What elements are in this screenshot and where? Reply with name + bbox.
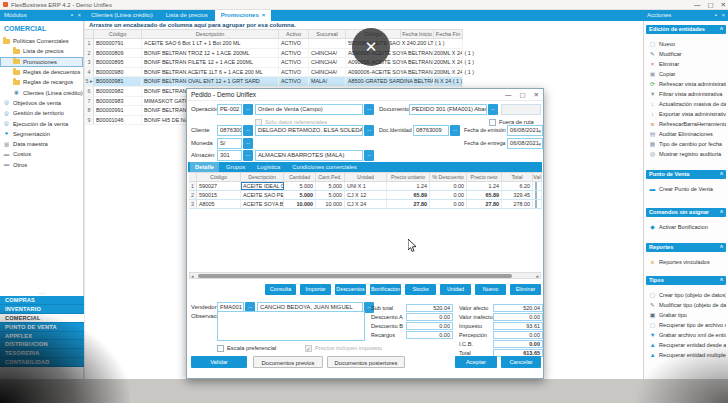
pin-icon[interactable]: ▪: [715, 10, 717, 21]
tree-item-objetivos-de-venta[interactable]: ◎Objetivos de venta: [0, 98, 83, 108]
close-icon[interactable]: ×: [262, 12, 266, 18]
importar-button[interactable]: Importar: [300, 284, 331, 295]
action-item-refrescarbarraherramientas[interactable]: ≡RefrescarBarraHerramientas: [646, 119, 726, 129]
table-row[interactable]: 2590015ACEITE SAO PET X5.0005.000CJ X 12…: [189, 191, 542, 200]
action-item-crear-tipo-objeto-de-datos[interactable]: ▢Crear tipo (objeto de datos): [646, 290, 726, 300]
action-item-crear-punto-de-venta[interactable]: ▬Crear Punto de Venta: [646, 184, 726, 194]
action-item-activar-bonificacion[interactable]: ◆Activar Bonificacion: [646, 222, 726, 232]
moneda-lookup-button[interactable]: ‥: [243, 138, 253, 149]
section-header-edici-n-de-entidades[interactable]: Edición de entidades˄: [646, 25, 726, 34]
collapse-icon[interactable]: ˄: [720, 243, 723, 252]
column-header-precio-unitario[interactable]: Precio unitario: [387, 173, 430, 181]
module-button-inventario[interactable]: INVENTARIO: [0, 305, 84, 314]
action-item-recuperar-entidad-desde-archiv[interactable]: ▲Recuperar entidad desde archiv...: [646, 340, 726, 350]
maximize-icon[interactable]: ▢: [519, 91, 525, 99]
module-button-contabilidad[interactable]: CONTABILIDAD: [0, 358, 84, 367]
action-item-actualizaci-n-masiva-de-datos[interactable]: ↓Actualización masiva de datos: [646, 99, 726, 109]
almacen-lookup-button[interactable]: ‥: [243, 150, 253, 161]
action-item-refrescar-vista-administrativa[interactable]: ⟳Refrescar vista administrativa: [646, 79, 726, 89]
almacen-code-field[interactable]: 301: [217, 150, 242, 161]
column-header-fecha-inicio[interactable]: Fecha Inicio: [401, 30, 434, 38]
column-header-row-indicator[interactable]: [85, 30, 94, 38]
action-item-grabar-tipo[interactable]: ▣Grabar tipo: [646, 310, 726, 320]
table-row[interactable]: 2B00000809BONIF BELTRAN TROZ 12 + 1 ACE …: [85, 49, 463, 59]
action-item-recuperar-tipo-de-archivo-xml[interactable]: ▢Recuperar tipo de archivo xml: [646, 320, 726, 330]
column-header-row-indicator[interactable]: [189, 173, 197, 181]
documento-lookup-button[interactable]: ‥: [488, 104, 498, 115]
section-header-tipos[interactable]: Tipos˄: [646, 276, 726, 285]
action-item-filtrar-vista-administrativa[interactable]: ▼Filtrar vista administrativa: [646, 89, 726, 99]
observacion-textarea[interactable]: [217, 311, 365, 341]
column-header-sucursal[interactable]: Sucursal: [309, 30, 346, 38]
module-button-tesoreria[interactable]: TESORERIA: [0, 349, 84, 358]
tree-item-gesti-n-de-territorio[interactable]: ◎Gestión de territorio: [0, 108, 83, 118]
aceptar-button[interactable]: Aceptar: [455, 356, 497, 368]
tab-clientes-linea-cr-dito[interactable]: Clientes (Linea crédito): [85, 10, 159, 21]
dialog-tab-log-stica[interactable]: Logística: [252, 162, 285, 172]
action-item-mostrar-registro-auditoria[interactable]: ◎Mostrar registro auditoria: [646, 149, 726, 159]
pin-icon[interactable]: ▪: [71, 10, 73, 21]
action-item-nuevo[interactable]: ▢Nuevo: [646, 39, 726, 49]
column-header-activo[interactable]: Activo: [279, 30, 309, 38]
almacen-name-lookup-button[interactable]: ‥: [364, 150, 374, 161]
precios-incluyen-impuesto-checkbox[interactable]: ✓ Precios incluyen impuesto: [305, 344, 382, 352]
module-button-comercial[interactable]: COMERCIAL: [0, 314, 84, 323]
tree-item-otros[interactable]: ▬Otros: [0, 160, 83, 170]
horizontal-scrollbar[interactable]: ◂ ▸: [189, 272, 541, 279]
module-button-appflex[interactable]: APPFLEX: [0, 332, 84, 341]
scroll-left-icon[interactable]: ◂: [191, 273, 194, 279]
tree-item-reglas-de-recargos[interactable]: Reglas de recargos: [0, 77, 83, 87]
column-header-descuento[interactable]: % Descuento: [430, 173, 467, 181]
close-icon[interactable]: ✕: [534, 91, 539, 99]
scroll-right-icon[interactable]: ▸: [536, 273, 539, 279]
column-header-c-digo[interactable]: Código: [197, 173, 241, 181]
tab-promociones[interactable]: Promociones×: [215, 10, 272, 21]
tree-item-costos[interactable]: ▬Costos: [0, 149, 83, 159]
action-item-copiar[interactable]: ▣Copiar: [646, 69, 726, 79]
table-row[interactable]: 3A8005ACEITE SOYA BEL10.00010.000CJ X 24…: [189, 200, 542, 209]
consulta-button[interactable]: Consulta: [265, 284, 296, 295]
module-button-distribucion[interactable]: DISTRIBUCION: [0, 340, 84, 349]
cancelar-button[interactable]: Cancelar: [501, 356, 541, 368]
module-button-compras[interactable]: COMPRAS: [0, 296, 84, 305]
collapse-icon[interactable]: ˄: [720, 170, 723, 179]
column-header-c-digo[interactable]: Código: [94, 30, 142, 38]
scrollbar-thumb[interactable]: [198, 274, 512, 278]
bonificacion-button[interactable]: Bonificacion: [370, 284, 401, 295]
column-header-val[interactable]: Val: [533, 173, 542, 181]
cliente-name-field[interactable]: DELGADO RETAMOZO, ELSA SOLEDAD: [255, 125, 363, 136]
unidad-button[interactable]: Unidad: [440, 284, 471, 295]
close-icon[interactable]: ×: [721, 10, 725, 21]
table-row[interactable]: 1590027ACEITE IDEAL CJ5.0005.000UNI X 11…: [189, 182, 542, 191]
operacion-desc-field[interactable]: Orden de Venta (Campo): [255, 104, 363, 115]
validar-button[interactable]: Validar: [191, 356, 247, 368]
fecha-entrega-field[interactable]: 06/08/2021▾: [507, 138, 543, 149]
cliente-lookup-button[interactable]: ‥: [243, 125, 253, 136]
documentos-posteriores-button[interactable]: Documentos posteriores: [327, 356, 405, 368]
collapse-icon[interactable]: ˄: [720, 276, 723, 285]
grid-cell-val[interactable]: [533, 200, 542, 208]
escala-preferencial-checkbox[interactable]: Escala preferencial: [217, 344, 276, 352]
doc-identidad-field[interactable]: 08763009: [413, 125, 449, 136]
column-header-descripci-n[interactable]: Descripción: [142, 30, 279, 38]
checkbox-box[interactable]: [535, 200, 537, 208]
column-header-fecha-fin[interactable]: Fecha Fin: [434, 30, 463, 38]
dialog-tab-grupos[interactable]: Grupos: [221, 162, 250, 172]
operacion-desc-lookup-button[interactable]: ‥: [364, 104, 374, 115]
tree-item-clientes-linea-cr-dito[interactable]: ◉Clientes (Linea crédito): [0, 87, 83, 97]
column-header-total[interactable]: Total: [502, 173, 533, 181]
tab-lista-de-precios[interactable]: Lista de precios: [160, 10, 214, 21]
column-header-unidad[interactable]: Unidad: [345, 173, 387, 181]
section-header-reportes[interactable]: Reportes˄: [646, 243, 726, 252]
tree-item-data-maestra[interactable]: ▦Data maestra: [0, 139, 83, 149]
tree-item-pol-ticas-comerciales[interactable]: Políticas Comerciales: [0, 36, 83, 46]
stocks-button[interactable]: Stocks: [405, 284, 436, 295]
section-header-punto-de-venta[interactable]: Punto de Venta˄: [646, 170, 726, 179]
dialog-tab-condiciones-comerciales[interactable]: Condiciones comerciales: [287, 162, 361, 172]
action-item-recuperar-entidad-multiple-des[interactable]: ▲Recuperar entidad multiple des...: [646, 350, 726, 360]
table-row[interactable]: 1B00000791ACEITE SAO 6 Bot 1 LT + 1 Bot …: [85, 39, 463, 49]
action-item-modificar[interactable]: ✎Modificar: [646, 49, 726, 59]
action-item-exportar-vista-administrativa[interactable]: ↓Exportar vista administrativa: [646, 109, 726, 119]
cliente-name-lookup-button[interactable]: ‥: [364, 125, 374, 136]
grid-cell-val[interactable]: [533, 191, 542, 199]
